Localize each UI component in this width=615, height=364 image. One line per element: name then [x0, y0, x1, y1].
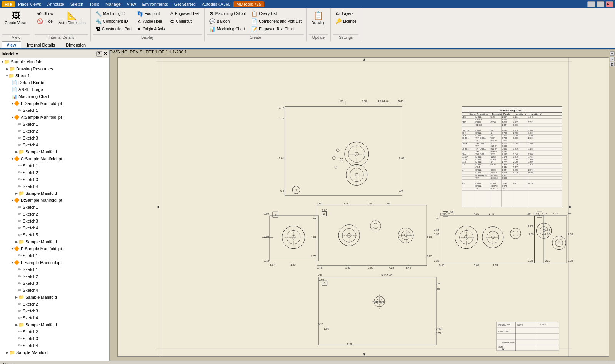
tab-view[interactable]: View [2, 41, 21, 48]
zoom-in-btn[interactable]: + [610, 51, 615, 56]
svg-text:3.031: 3.031 [513, 118, 519, 121]
btn-footprint[interactable]: 👣 Footprint [135, 10, 167, 17]
tree-item-d-sketch2[interactable]: ✏ Sketch2 [0, 211, 109, 218]
menu-manage[interactable]: Manage [102, 1, 124, 7]
tree-item-f-sketch2[interactable]: ✏ Sketch2 [0, 273, 109, 280]
btn-machining-callout[interactable]: ⚙ Machining Callout [207, 10, 248, 17]
svg-text:5.16 5.45: 5.16 5.45 [381, 274, 392, 276]
tree-item-c-sketch1[interactable]: ✏ Sketch1 [0, 162, 109, 169]
tree-item-sample-manifold-2[interactable]: ▶ 📁 Sample Manifold [0, 321, 109, 328]
tree-item-e-sketch1[interactable]: ✏ Sketch1 [0, 252, 109, 259]
btn-auto-dimension[interactable]: 📐 Auto Dimension [56, 10, 88, 27]
tree-item-f-manifold[interactable]: ▾ 🔶 F:Sample Manifold.ipt [0, 259, 109, 266]
btn-create-views[interactable]: 🖼 Create Views [2, 10, 30, 27]
tree-item-sample-manifold-bottom[interactable]: ▶ 📁 Sample Manifold [0, 349, 109, 356]
sidebar-help-icon[interactable]: ? [96, 51, 102, 57]
btn-origin-axis[interactable]: ✕ Origin & Axis [135, 25, 167, 33]
menu-place-views[interactable]: Place Views [15, 1, 44, 7]
btn-layers[interactable]: 🗂 Layers [333, 10, 358, 17]
tree-item-sketch4-f[interactable]: ✏ Sketch4 [0, 314, 109, 321]
menu-annotate[interactable]: Annotate [44, 1, 67, 7]
tree-item-sample-manifold-f[interactable]: ▶ 📁 Sample Manifold [0, 294, 109, 301]
close-btn[interactable]: ✕ [606, 1, 613, 7]
tree-item-c-manifold[interactable]: ▾ 🔶 C:Sample Manifold.ipt [0, 155, 109, 162]
btn-engraved-text-chart[interactable]: 📝 Engraved Text Chart [249, 25, 304, 33]
tab-internal-details[interactable]: Internal Details [22, 41, 60, 48]
sketch-icon: ✏ [18, 288, 22, 293]
menu-tools[interactable]: Tools [86, 1, 102, 7]
menu-mdtools[interactable]: MDTools 775 [233, 1, 264, 7]
tree-item-sheet1[interactable]: ▾ 📁 Sheet:1 [0, 72, 109, 79]
btn-cavity-list[interactable]: 📋 Cavity List [249, 10, 304, 17]
sketch-icon: ✏ [18, 177, 22, 182]
model-label: Model ▾ [2, 52, 18, 57]
btn-machining-id[interactable]: 🔧 Machining ID [93, 10, 134, 17]
tree-item-sample-manifold-c[interactable]: ▶ 📁 Sample Manifold [0, 190, 109, 197]
sidebar-close-icon[interactable]: ✕ [103, 51, 107, 57]
menu-environments[interactable]: Environments [139, 1, 171, 7]
tree-item-e-manifold[interactable]: ▾ 🔶 E:Sample Manifold.ipt [0, 245, 109, 252]
tree-item-c-sketch4[interactable]: ✏ Sketch4 [0, 183, 109, 190]
svg-text:2.00: 2.00 [264, 235, 269, 238]
tree-item-a-sketch2[interactable]: ✏ Sketch2 [0, 128, 109, 135]
tree-item-machining-chart[interactable]: 📊 Machining Chart [0, 93, 109, 100]
tree-item-a-sketch4[interactable]: ✏ Sketch4 [0, 141, 109, 148]
tree-item-d-sketch5[interactable]: ✏ Sketch5 [0, 231, 109, 238]
btn-construction-port[interactable]: 🏗 Construction Port [93, 25, 134, 33]
fit-view-btn[interactable]: ⊡ [610, 62, 615, 66]
btn-undercut[interactable]: ⊂ Undercut [168, 18, 202, 25]
tree-item-sketch4-2[interactable]: ✏ Sketch4 [0, 342, 109, 349]
tree-item-f-sketch3[interactable]: ✏ Sketch3 [0, 280, 109, 287]
btn-show[interactable]: 👁 Show [35, 10, 55, 17]
menu-file[interactable]: File [2, 1, 15, 7]
tab-dimension[interactable]: Dimension [61, 41, 91, 48]
tree-item-d-sketch1[interactable]: ✏ Sketch1 [0, 204, 109, 211]
tree-item-sketch2-f[interactable]: ✏ Sketch2 [0, 301, 109, 307]
svg-text:1I-B: 1I-B [462, 135, 466, 137]
btn-balloon[interactable]: 💬 Balloon [207, 18, 248, 25]
menu-autodesk-a360[interactable]: Autodesk A360 [199, 1, 233, 7]
tree-item-default-border[interactable]: 📄 Default Border [0, 79, 109, 86]
tree-item-sample-manifold-a[interactable]: ▶ 📁 Sample Manifold [0, 148, 109, 155]
btn-hide[interactable]: 🚫 Hide [35, 18, 55, 25]
tree-item-c-sketch3[interactable]: ✏ Sketch3 [0, 176, 109, 183]
tree-item-drawing-resources[interactable]: ▶ 📁 Drawing Resources [0, 65, 109, 72]
restore-btn[interactable] [597, 1, 604, 7]
btn-component-port-list[interactable]: 📄 Component and Port List [249, 18, 304, 25]
angle-hole-icon: ∠ [137, 18, 142, 24]
tree-item-a-manifold[interactable]: ▾ 🔶 A:Sample Manifold.ipt [0, 114, 109, 121]
menu-view[interactable]: View [124, 1, 139, 7]
tree-item-sketch2-2[interactable]: ✏ Sketch2 [0, 328, 109, 335]
tree-item-d-manifold[interactable]: ▾ 🔶 D:Sample Manifold.ipt [0, 197, 109, 204]
tree-item-c-sketch2[interactable]: ✏ Sketch2 [0, 169, 109, 176]
svg-text:1.544: 1.544 [502, 116, 507, 118]
tree-item-ansi-large[interactable]: 📄 ANSI - Large [0, 86, 109, 93]
tree-item-sketch3-f[interactable]: ✏ Sketch3 [0, 307, 109, 314]
btn-engraved-text[interactable]: A Engraved Text [168, 10, 202, 17]
svg-text:#6 SAE: #6 SAE [491, 185, 498, 187]
tree-item-f-sketch4[interactable]: ✏ Sketch4 [0, 287, 109, 294]
menu-sketch[interactable]: Sketch [67, 1, 87, 7]
canvas-area[interactable]: .90 2.08 4.23 4.46 5.45 3.77 1.81 2.89 0… [110, 50, 615, 361]
btn-drawing[interactable]: 📋 Drawing [309, 10, 328, 27]
tree-item-a-sketch3[interactable]: ✏ Sketch3 [0, 135, 109, 141]
tree-item-b-manifold[interactable]: ▾ 🔶 B:Sample Manifold.ipt [0, 100, 109, 107]
tree-item-f-sketch1[interactable]: ✏ Sketch1 [0, 266, 109, 273]
tree-item-sketch3-2[interactable]: ✏ Sketch3 [0, 335, 109, 342]
zoom-out-btn[interactable]: - [610, 57, 615, 61]
svg-text:3.700: 3.700 [502, 137, 507, 139]
tree-item-b-sketch1[interactable]: ✏ Sketch1 [0, 107, 109, 114]
tree-item-d-sketch4[interactable]: ✏ Sketch4 [0, 224, 109, 231]
btn-angle-hole[interactable]: ∠ Angle Hole [135, 18, 167, 25]
btn-component-id[interactable]: 🔩 Component ID [93, 18, 134, 25]
btn-machining-chart[interactable]: 📊 Machining Chart [207, 25, 248, 33]
minimize-btn[interactable] [587, 1, 595, 7]
tree-item-sample-manifold-root[interactable]: ▾ 📁 Sample Manifold [0, 58, 109, 65]
tree-item-d-sketch3[interactable]: ✏ Sketch3 [0, 218, 109, 224]
btn-license[interactable]: 🔑 License [333, 18, 358, 25]
svg-text:5.45: 5.45 [534, 212, 539, 215]
menu-get-started[interactable]: Get Started [171, 1, 199, 7]
svg-text:9/16: 9/16 [491, 116, 495, 118]
tree-item-a-sketch1[interactable]: ✏ Sketch1 [0, 121, 109, 128]
tree-item-sample-manifold-d[interactable]: ▶ 📁 Sample Manifold [0, 238, 109, 245]
